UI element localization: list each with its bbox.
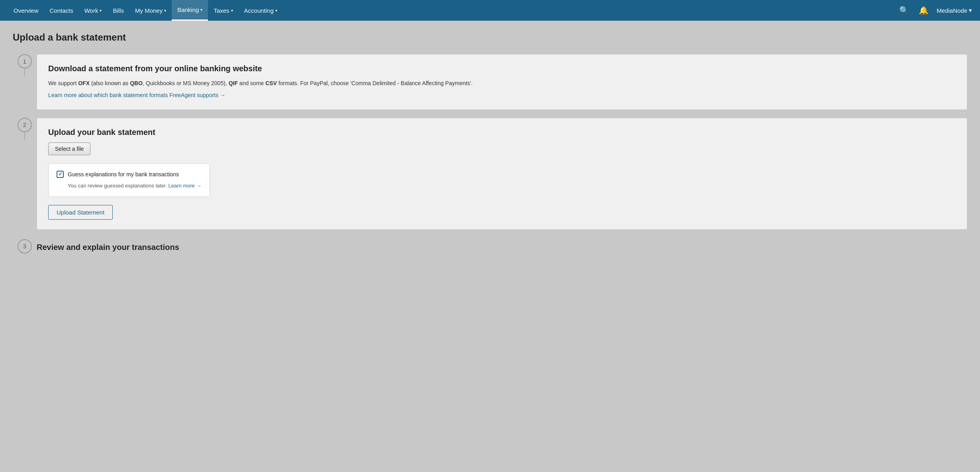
step1-box: Download a statement from your online ba…	[37, 54, 967, 110]
bell-icon[interactable]: 🔔	[917, 4, 930, 17]
steps-container: 1 Download a statement from your online …	[13, 54, 967, 254]
step3-circle: 3	[18, 239, 32, 254]
step2-row: 2 Upload your bank statement Select a fi…	[13, 118, 967, 238]
nav-items: Overview Contacts Work ▾ Bills My Money …	[8, 0, 898, 21]
step1-indicator: 1	[13, 54, 37, 76]
work-chevron-icon: ▾	[100, 8, 102, 13]
step1-circle: 1	[18, 54, 32, 68]
step2-line	[24, 132, 25, 140]
nav-right: 🔍 🔔 MediaNode ▾	[898, 4, 972, 17]
select-file-button[interactable]: Select a file	[48, 142, 90, 155]
user-menu[interactable]: MediaNode ▾	[937, 7, 972, 14]
step2-body: Select a file ✓ Guess explanations for m…	[48, 142, 956, 220]
checkbox-sub: You can review guessed explanations late…	[68, 182, 202, 190]
user-chevron-icon: ▾	[969, 7, 972, 14]
step1-title: Download a statement from your online ba…	[48, 64, 956, 73]
upload-statement-button[interactable]: Upload Statement	[48, 205, 113, 220]
nav-work[interactable]: Work ▾	[79, 0, 108, 21]
nav-mymoney[interactable]: My Money ▾	[129, 0, 172, 21]
checkbox-card: ✓ Guess explanations for my bank transac…	[48, 163, 210, 197]
search-icon[interactable]: 🔍	[898, 4, 911, 17]
step1-body: We support OFX (also known as QBO, Quick…	[48, 79, 956, 100]
accounting-chevron-icon: ▾	[275, 8, 277, 13]
nav-taxes[interactable]: Taxes ▾	[208, 0, 238, 21]
checkmark-icon: ✓	[58, 170, 63, 179]
learn-more-link[interactable]: Learn more →	[168, 183, 201, 189]
taxes-chevron-icon: ▾	[231, 8, 233, 13]
nav-banking[interactable]: Banking ▾	[172, 0, 208, 21]
nav-bills[interactable]: Bills	[107, 0, 129, 21]
step1-row: 1 Download a statement from your online …	[13, 54, 967, 118]
step1-link[interactable]: Learn more about which bank statement fo…	[48, 91, 225, 99]
mymoney-chevron-icon: ▾	[164, 8, 166, 13]
step2-title: Upload your bank statement	[48, 128, 956, 137]
nav-overview[interactable]: Overview	[8, 0, 44, 21]
page-content: Upload a bank statement 1 Download a sta…	[0, 21, 980, 265]
step1-line	[24, 68, 25, 76]
banking-chevron-icon: ▾	[200, 8, 202, 12]
step2-indicator: 2	[13, 118, 37, 140]
step3-indicator: 3	[13, 239, 37, 254]
checkbox-label: Guess explanations for my bank transacti…	[68, 170, 179, 179]
nav-contacts[interactable]: Contacts	[44, 0, 79, 21]
step2-circle: 2	[18, 118, 32, 132]
nav-accounting[interactable]: Accounting ▾	[239, 0, 283, 21]
step3-title: Review and explain your transactions	[37, 243, 179, 252]
navbar: Overview Contacts Work ▾ Bills My Money …	[0, 0, 980, 21]
guess-explanations-checkbox[interactable]: ✓	[57, 171, 64, 178]
page-title: Upload a bank statement	[13, 32, 967, 43]
step2-box: Upload your bank statement Select a file…	[37, 118, 967, 230]
checkbox-row: ✓ Guess explanations for my bank transac…	[57, 170, 202, 179]
step3-row: 3 Review and explain your transactions	[13, 238, 967, 254]
